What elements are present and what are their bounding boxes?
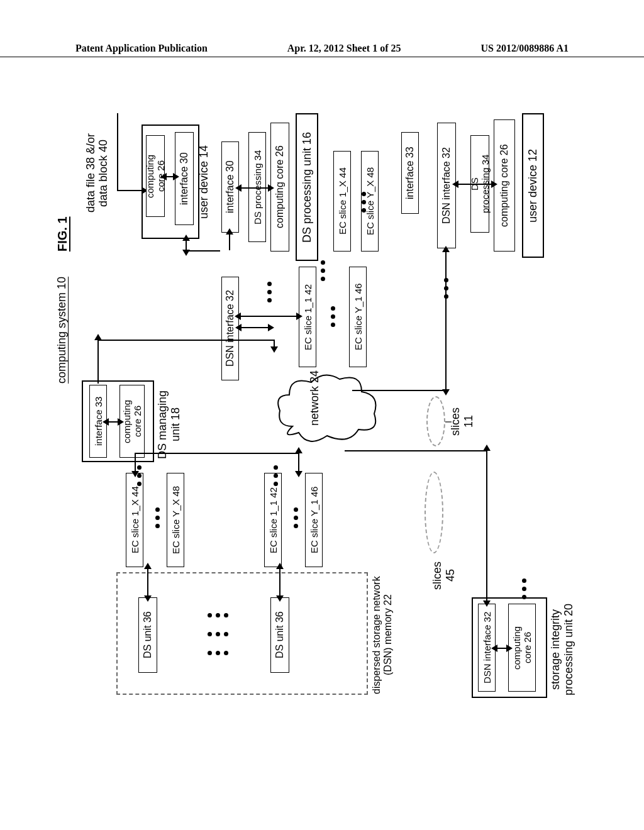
arrow-ec-ds-b (147, 568, 148, 596)
interface-33-label: interface 33 (404, 147, 416, 199)
ec-slice-1-1-42-b-label: EC slice 1_1 42 (268, 487, 279, 553)
dots-dsunits (208, 632, 228, 636)
ds-processing-unit-16-label: DS processing unit 16 (301, 131, 314, 242)
dots-lower-ec-a (294, 507, 298, 528)
dsn-memory-label: dispersed storage network (DSN) memory 2… (371, 575, 394, 695)
dots-lower-ec-c (155, 507, 160, 528)
header-center: Apr. 12, 2012 Sheet 1 of 25 (287, 43, 401, 54)
figure-label: FIG. 1 (55, 208, 70, 252)
ec-slice-y-x-48-a-label: EC slice Y_X 48 (365, 167, 375, 235)
arrow-if33-net-v (97, 340, 99, 384)
slices-11-leader (445, 421, 452, 423)
data-file-38: data file 38 &/or (84, 133, 97, 213)
arrow-cc26c-if30b (166, 176, 174, 177)
dots-ec-upper-mid (321, 260, 325, 281)
arrow-if30a-if30b-v (186, 240, 187, 250)
arrow-core-to-dsn-32a (458, 184, 492, 185)
ds-processing-unit-16-box: DS processing unit 16 (296, 113, 318, 261)
data-file-block-label: data file 38 &/or data block 40 (85, 113, 110, 233)
dots-h-ec-upper-b (331, 306, 335, 327)
computing-core-26-d-label: computing core 26 (121, 399, 143, 443)
slices-45-ellipse (425, 472, 443, 553)
ec-slice-y-x-48-b-box: EC slice Y_X 48 (167, 473, 184, 567)
arrow-core-to-dsn32b (241, 327, 269, 328)
system-label-text: computing system 10 (55, 277, 68, 384)
data-block-40: data block 40 (97, 139, 109, 206)
line-net-ec-lower-h (135, 453, 298, 454)
dsn-interface-32-a-label: DSN interface 32 (441, 147, 452, 224)
network-cloud: network 24 (274, 345, 355, 451)
arrow-net-ec-lower-2 (135, 453, 136, 472)
line-si-net-h (345, 450, 487, 451)
dsn-interface-32-c-label: DSN interface 32 (482, 612, 492, 683)
dots-lower-ec-b (274, 465, 278, 486)
arrow-ud12-network-v (445, 252, 447, 390)
dots-h-ec-upper-a (362, 192, 366, 213)
ec-slice-y-1-46-a-label: EC slice Y_1 46 (353, 284, 364, 350)
page-header: Patent Application Publication Apr. 12, … (0, 43, 644, 57)
arrow-cc26e-dsn32c (497, 648, 507, 649)
line-datafile (117, 113, 118, 191)
network-label: network 24 (308, 370, 321, 426)
arrow-dsn32b-ec11 (240, 316, 297, 317)
storage-integrity-label: storage integrity processing unit 20 (549, 600, 575, 698)
arrow-core-to-if30a (241, 187, 269, 189)
ec-slice-1-1-42-b-box: EC slice 1_1 42 (264, 473, 282, 567)
dots-v-2 (267, 282, 272, 302)
user-device-14-box (142, 124, 199, 239)
dots-dsunits-c (208, 613, 228, 617)
ds-unit-36-b-label: DS unit 36 (142, 612, 153, 659)
ec-slice-y-1-46-b-box: EC slice Y_1 46 (305, 473, 323, 567)
ec-slice-1-1-42-a-label: EC slice 1_1 42 (303, 284, 313, 350)
arrow-si-net-v (486, 450, 487, 601)
ec-slice-y-x-48-b-label: EC slice Y_X 48 (170, 486, 181, 554)
ds-managing-unit-label: DS managing unit 18 (156, 387, 182, 462)
user-device-14-label: user device 14 (197, 128, 211, 235)
slices-11-label: slices 11 (449, 399, 475, 443)
ds-unit-36-a-label: DS unit 36 (274, 612, 286, 659)
dots-si (522, 578, 526, 599)
line-if33-net-h (97, 340, 275, 341)
ec-slice-y-1-46-b-label: EC slice Y_1 46 (309, 487, 319, 553)
arrow-net-ec-lower-1 (298, 453, 299, 472)
ec-slice-1-x-44-a-box: EC slice 1_X 44 (333, 151, 351, 252)
computing-core-26-e-label: computing core 26 (511, 626, 533, 669)
interface-33-box: interface 33 (401, 132, 419, 214)
computing-core-26-a-label: computing core 26 (499, 144, 510, 227)
dsn-interface-32-b-label: DSN interface 32 (225, 290, 236, 367)
arrow-ec-ds-a (279, 568, 280, 596)
line-ud12-network-h (352, 390, 447, 391)
line-if30-conn (186, 250, 220, 252)
arrow-if33-net-into (274, 340, 275, 347)
user-device-12-label: user device 12 (526, 148, 540, 222)
arrow-if33-cc26d (108, 421, 118, 423)
dots-dsunits-b (208, 651, 228, 655)
slices-11-ellipse (426, 396, 445, 446)
interface-30-a-label: interface 30 (225, 161, 236, 214)
ec-slice-1-x-44-b-box: EC slice 1_X 44 (126, 473, 143, 567)
computing-core-26-b-label: computing core 26 (274, 146, 286, 229)
header-left: Patent Application Publication (75, 43, 208, 54)
ec-slice-1-x-44-b-label: EC slice 1_X 44 (130, 487, 140, 554)
figure-1-diagram: user device 12 computing core 26 DS proc… (82, 113, 560, 748)
ec-slice-1-x-44-a-label: EC slice 1_X 44 (337, 168, 348, 235)
ds-unit-36-b-box: DS unit 36 (138, 597, 157, 673)
arrow-datafile-to-ud14 (117, 190, 142, 191)
system-label: computing system 10 (55, 258, 69, 384)
interface-33-label-r: interface 33 (93, 397, 104, 446)
user-device-12-box: user device 12 (522, 113, 544, 258)
header-right: US 2012/0089886 A1 (480, 43, 569, 54)
slices-45-label: slices 45 (431, 553, 457, 597)
arrow-to-if30a (229, 234, 230, 250)
ds-unit-36-a-box: DS unit 36 (270, 597, 289, 673)
